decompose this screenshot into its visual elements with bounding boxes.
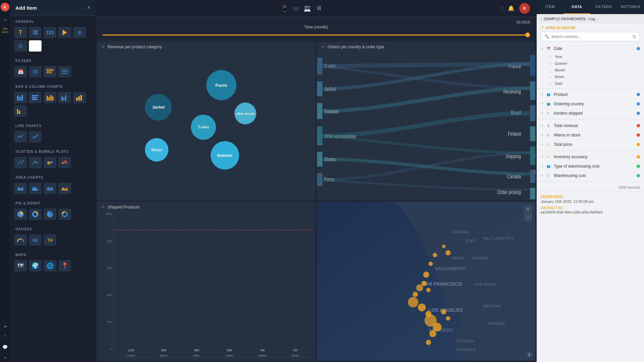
field-total-revenue[interactable]: + $ Total revenue <box>537 121 644 130</box>
date-sub-week[interactable]: — Week <box>537 73 644 80</box>
scatter-2-icon[interactable] <box>29 157 42 168</box>
nav-help-icon[interactable]: ? <box>1 332 9 341</box>
filter-chain-icon[interactable]: ⛓ <box>29 66 42 77</box>
nav-add-items-label[interactable]: Add Items <box>0 26 10 35</box>
nav-chat-icon[interactable]: 💬 <box>1 343 9 351</box>
filter-calendar-icon[interactable]: 📅 <box>14 66 27 77</box>
field-total-price[interactable]: + $ Total price <box>537 140 644 149</box>
play-icon[interactable] <box>58 27 71 38</box>
bar-chart-4-icon[interactable] <box>58 92 71 103</box>
open-editor-button[interactable]: ↗ OPEN IN EDITOR <box>537 23 644 32</box>
date-sub-date[interactable]: — Date <box>537 80 644 87</box>
text-icon[interactable]: T <box>14 27 27 38</box>
date-sub-year[interactable]: — Year <box>537 53 644 60</box>
date-sub-month[interactable]: — Month <box>537 67 644 73</box>
tablet-portrait-icon[interactable]: ▭ <box>293 5 299 12</box>
revenue-drag-handle[interactable]: ✛ <box>101 44 105 50</box>
donut-1-icon[interactable] <box>29 208 42 220</box>
filter-rows-icon[interactable] <box>58 66 71 77</box>
search-input[interactable] <box>551 35 630 39</box>
tab-item[interactable]: ITEM <box>537 0 564 14</box>
field-inventory-accuracy[interactable]: + ⊙ Inventory accuracy <box>537 152 644 162</box>
sidebar-header: Add Item × <box>10 0 96 16</box>
breadcrumb-text[interactable]: [SAMPLE DASHBOARD] - Log... <box>544 17 598 21</box>
area-3-icon[interactable] <box>44 183 56 194</box>
bar-chart-2-icon[interactable] <box>29 92 42 103</box>
field-items-in-stock[interactable]: + ⊙ #items in stock <box>537 130 644 140</box>
field-plus-warehousing-cost[interactable]: + <box>541 173 543 178</box>
image-icon[interactable]: 🖼 <box>29 27 42 38</box>
bubble-2-icon[interactable] <box>58 157 71 168</box>
user-avatar[interactable]: K <box>519 3 530 14</box>
close-button[interactable]: × <box>87 5 90 11</box>
area-4-icon[interactable] <box>58 183 71 194</box>
map-info-icon[interactable]: ℹ <box>526 351 533 358</box>
shipped-drag-handle[interactable]: ✛ <box>101 204 105 210</box>
pie-2-icon[interactable] <box>44 208 56 220</box>
gauge-1-icon[interactable] <box>14 234 27 246</box>
map-3-icon[interactable]: 🌐 <box>44 260 56 272</box>
table-icon[interactable]: ⊞ <box>73 27 86 38</box>
laptop-icon[interactable]: 💻 <box>304 5 311 12</box>
svg-rect-7 <box>19 97 21 101</box>
field-plus-items-in-stock[interactable]: + <box>541 133 543 137</box>
bar-chart-6-icon[interactable] <box>14 105 27 117</box>
bar-chart-1-icon[interactable] <box>14 92 27 103</box>
nav-rocket-icon[interactable]: ✦ <box>1 353 9 362</box>
phone-icon[interactable]: 📱 <box>281 5 288 12</box>
tab-settings[interactable]: SETTINGS <box>617 0 644 14</box>
field-product[interactable]: + 👥 Product <box>537 90 644 99</box>
share-icon[interactable]: ↑ <box>500 5 503 11</box>
field-plus-total-revenue[interactable]: + <box>541 123 543 128</box>
donut-2-icon[interactable] <box>58 208 71 220</box>
white-box-icon[interactable] <box>29 40 42 52</box>
tab-filters[interactable]: FILTERS <box>590 0 617 14</box>
map-zoom-in[interactable]: + <box>524 205 532 213</box>
area-2-icon[interactable] <box>29 183 42 194</box>
nav-add-icon[interactable]: ＋ <box>1 15 9 24</box>
tab-data[interactable]: DATA <box>564 0 590 14</box>
field-warehousing-cost[interactable]: + $ Warehousing cost <box>537 171 644 180</box>
field-plus-warehousing-type[interactable]: + <box>541 164 543 169</box>
orders-drag-handle[interactable]: ✛ <box>321 44 325 50</box>
field-orders-shipped[interactable]: + ⊙ #orders shipped <box>537 109 644 118</box>
slider-track[interactable] <box>102 32 530 38</box>
map-zoom-out[interactable]: − <box>524 214 532 222</box>
gauge-3-icon[interactable]: 74 <box>44 234 56 246</box>
field-plus-orders-shipped[interactable]: + <box>541 111 543 116</box>
nav-cloud-icon[interactable]: ☁ <box>1 321 9 330</box>
field-plus-product[interactable]: + <box>541 92 543 97</box>
field-plus-date[interactable]: + <box>541 46 543 51</box>
map-2-icon[interactable]: 🌍 <box>29 260 42 272</box>
date-sub-quarter[interactable]: — Quarter <box>537 60 644 67</box>
number-icon[interactable]: 123 <box>44 27 56 38</box>
field-warehousing-type[interactable]: + 👥 Type of warehousing cost <box>537 162 644 171</box>
pie-1-icon[interactable] <box>14 208 27 220</box>
scatter-1-icon[interactable] <box>14 157 27 168</box>
scatter-section-label: SCATTER & BUBBLE PLOTS <box>10 146 96 156</box>
field-plus-inventory-accuracy[interactable]: + <box>541 155 543 159</box>
field-plus-total-price[interactable]: + <box>541 142 543 147</box>
search-sort-icon[interactable]: ⇅ <box>632 34 636 39</box>
bubble-1-icon[interactable] <box>44 157 56 168</box>
svg-marker-0 <box>63 30 67 36</box>
svg-rect-47 <box>317 152 322 167</box>
filter-list-icon[interactable] <box>44 66 56 77</box>
monitor-icon[interactable]: 🖥 <box>316 5 322 12</box>
app-logo[interactable]: K <box>1 3 9 11</box>
bell-icon[interactable]: 🔔 <box>508 5 515 11</box>
gauge-2-icon[interactable]: 62 <box>29 234 42 246</box>
bar-chart-5-icon[interactable] <box>73 92 86 103</box>
field-ordering-country[interactable]: + 👥 Ordering country <box>537 99 644 109</box>
bar-chart-3-icon[interactable] <box>44 92 56 103</box>
line-chart-2-icon[interactable] <box>29 131 42 142</box>
line-chart-1-icon[interactable] <box>14 131 27 142</box>
table2-icon[interactable]: ⊟ <box>14 40 27 52</box>
map-1-icon[interactable]: 🗺 <box>14 260 27 272</box>
field-plus-ordering-country[interactable]: + <box>541 102 543 106</box>
area-1-icon[interactable] <box>14 183 27 194</box>
slider-thumb[interactable] <box>525 33 530 37</box>
field-date[interactable]: + 📅 Date <box>537 44 644 53</box>
svg-point-91 <box>428 261 433 266</box>
map-4-icon[interactable]: 📍 <box>58 260 71 272</box>
